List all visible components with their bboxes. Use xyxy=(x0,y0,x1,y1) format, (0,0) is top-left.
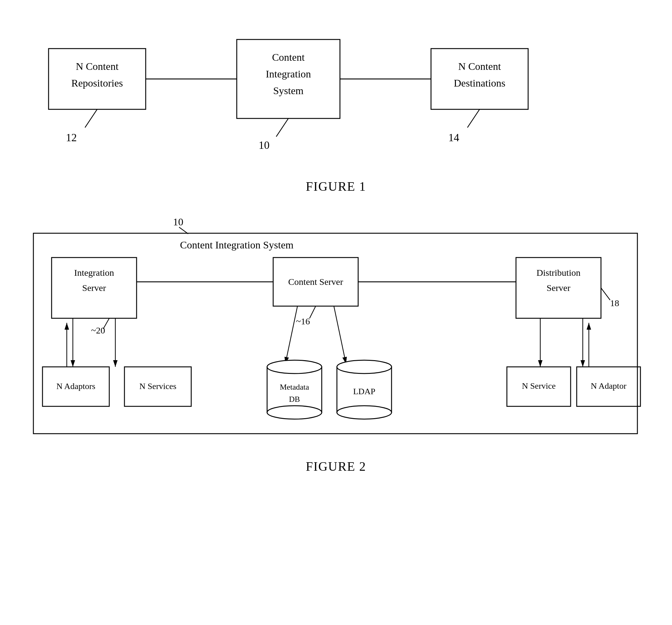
svg-text:Content: Content xyxy=(272,52,305,63)
svg-line-19 xyxy=(601,288,610,300)
svg-text:Metadata: Metadata xyxy=(280,383,309,391)
figure2-caption: FIGURE 2 xyxy=(24,459,648,474)
svg-text:Distribution: Distribution xyxy=(536,268,580,278)
svg-text:Server: Server xyxy=(82,283,106,293)
svg-text:N Adaptors: N Adaptors xyxy=(56,381,95,391)
svg-text:N Content: N Content xyxy=(458,61,501,72)
svg-text:N Service: N Service xyxy=(522,381,555,391)
svg-point-37 xyxy=(337,406,391,419)
svg-text:System: System xyxy=(273,85,304,96)
svg-line-26 xyxy=(334,306,346,364)
svg-text:Server: Server xyxy=(547,283,570,293)
fig2-system-title: Content Integration System xyxy=(180,239,293,251)
label-20: ~20 xyxy=(91,325,105,335)
label-16: ~16 xyxy=(296,316,310,326)
svg-text:DB: DB xyxy=(289,395,300,403)
label-14: 14 xyxy=(448,132,459,144)
svg-text:Integration: Integration xyxy=(74,268,114,278)
svg-text:N Services: N Services xyxy=(139,381,176,391)
svg-line-25 xyxy=(285,306,297,364)
figure1-diagram: N Content Repositories 12 Content Integr… xyxy=(24,30,648,176)
svg-text:N Adaptor: N Adaptor xyxy=(591,381,626,391)
label-n-content-repos: N Content xyxy=(76,61,119,72)
label-12: 12 xyxy=(66,132,77,144)
svg-line-1 xyxy=(85,109,97,128)
svg-text:Integration: Integration xyxy=(266,68,311,79)
svg-text:Repositories: Repositories xyxy=(71,77,123,89)
svg-point-32 xyxy=(267,360,322,373)
svg-text:Destinations: Destinations xyxy=(454,77,505,89)
svg-text:Content Server: Content Server xyxy=(288,277,343,287)
svg-text:LDAP: LDAP xyxy=(353,387,375,396)
svg-line-6 xyxy=(276,118,288,137)
svg-line-16 xyxy=(310,306,316,318)
page: N Content Repositories 12 Content Integr… xyxy=(0,0,672,625)
svg-point-36 xyxy=(337,360,391,373)
figure1-caption: FIGURE 1 xyxy=(24,179,648,194)
label-10-fig1: 10 xyxy=(259,139,269,151)
label-18: 18 xyxy=(610,298,619,308)
figure2-diagram: Content Integration System 10 Integratio… xyxy=(24,218,648,450)
label-10-fig2: 10 xyxy=(173,216,183,228)
svg-point-33 xyxy=(267,406,322,419)
svg-line-10 xyxy=(467,109,480,128)
